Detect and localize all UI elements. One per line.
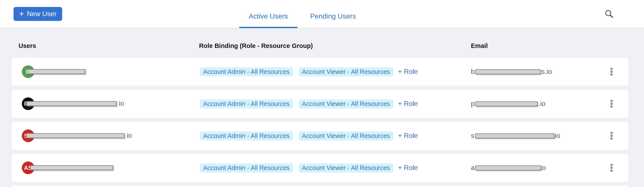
tab-active-users-label: Active Users <box>249 12 288 20</box>
new-user-button[interactable]: + New User <box>14 7 62 21</box>
add-role-button[interactable]: + Role <box>398 68 418 76</box>
table-row: SP io Account Admin - All ResourcesAccou… <box>12 122 628 150</box>
kebab-menu-icon <box>610 74 612 76</box>
role-binding-badge: Account Admin - All Resources <box>200 164 293 172</box>
role-binding-badge: Account Viewer - All Resources <box>299 67 393 76</box>
email-visible-prefix: p <box>471 100 474 108</box>
column-header-email: Email <box>471 42 488 50</box>
email-visible-suffix: o <box>542 164 546 172</box>
email-redaction-box <box>475 134 554 138</box>
email-visible-suffix: s.io <box>541 68 552 76</box>
role-binding-badge: Account Admin - All Resources <box>200 132 293 140</box>
add-role-button[interactable]: + Role <box>398 100 418 108</box>
search-button[interactable] <box>603 8 615 20</box>
role-binding-badge: Account Viewer - All Resources <box>299 100 393 108</box>
role-bindings-cell: Account Admin - All ResourcesAccount Vie… <box>200 90 418 118</box>
tab-active-users[interactable]: Active Users <box>239 0 298 28</box>
new-user-button-label: New User <box>27 10 56 18</box>
kebab-menu-icon <box>610 103 612 105</box>
kebab-menu-icon <box>610 100 612 102</box>
email-visible-prefix: s <box>471 132 474 140</box>
users-page: + New User Active Users Pending Users Us… <box>0 0 644 187</box>
role-binding-badge: Account Admin - All Resources <box>200 67 293 76</box>
kebab-menu-icon <box>610 68 612 70</box>
kebab-menu-icon <box>610 132 612 134</box>
role-binding-badge: Account Admin - All Resources <box>200 100 293 108</box>
kebab-menu-icon <box>610 135 612 137</box>
email-visible-prefix: b <box>471 68 474 76</box>
kebab-menu-icon <box>610 138 612 140</box>
table-row: AS Account Admin - All ResourcesAccount … <box>12 154 628 182</box>
email-redaction-box <box>475 166 541 170</box>
user-name-visible-suffix: io <box>119 100 124 108</box>
name-redaction-box <box>26 101 117 106</box>
email-cell: b s.io <box>471 58 552 86</box>
row-menu-button[interactable] <box>606 66 617 77</box>
email-redaction-box <box>475 101 538 106</box>
row-menu-button[interactable] <box>606 98 617 110</box>
kebab-menu-icon <box>610 106 612 108</box>
role-bindings-cell: Account Admin - All ResourcesAccount Vie… <box>200 122 418 150</box>
role-bindings-cell: Account Admin - All ResourcesAccount Vie… <box>200 58 418 86</box>
column-header-users: Users <box>18 42 36 50</box>
kebab-menu-icon <box>610 70 612 73</box>
table-row: B Account Admin - All ResourcesAccount V… <box>12 58 628 86</box>
search-icon <box>604 9 614 18</box>
row-menu-button[interactable] <box>606 130 617 142</box>
column-header-role-binding: Role Binding (Role - Resource Group) <box>199 42 313 50</box>
partial-next-row <box>12 186 628 187</box>
kebab-menu-icon <box>610 167 612 169</box>
user-name-visible-suffix: io <box>127 132 132 140</box>
tab-pending-users-label: Pending Users <box>310 12 356 20</box>
role-bindings-cell: Account Admin - All ResourcesAccount Vie… <box>200 154 418 182</box>
name-redaction-box <box>27 69 86 74</box>
role-binding-badge: Account Viewer - All Resources <box>299 132 393 140</box>
email-cell: p .io <box>471 90 546 118</box>
email-cell: a o <box>471 154 546 182</box>
email-visible-prefix: a <box>471 164 474 172</box>
tab-pending-users[interactable]: Pending Users <box>301 0 366 28</box>
user-tabs: Active Users Pending Users <box>239 0 366 28</box>
email-visible-suffix: .io <box>538 100 546 108</box>
name-redaction-box <box>30 165 113 170</box>
role-binding-badge: Account Viewer - All Resources <box>299 164 393 172</box>
top-bar: + New User Active Users Pending Users <box>0 0 644 28</box>
kebab-menu-icon <box>610 164 612 166</box>
email-visible-suffix: io <box>555 132 560 140</box>
kebab-menu-icon <box>610 170 612 172</box>
email-redaction-box <box>475 69 541 74</box>
email-cell: s io <box>471 122 560 150</box>
name-redaction-box <box>26 133 124 138</box>
add-role-button[interactable]: + Role <box>398 132 418 140</box>
row-menu-button[interactable] <box>606 162 617 174</box>
add-role-button[interactable]: + Role <box>398 164 418 172</box>
plus-icon: + <box>19 10 24 18</box>
table-row: PP io Account Admin - All ResourcesAccou… <box>12 90 628 118</box>
